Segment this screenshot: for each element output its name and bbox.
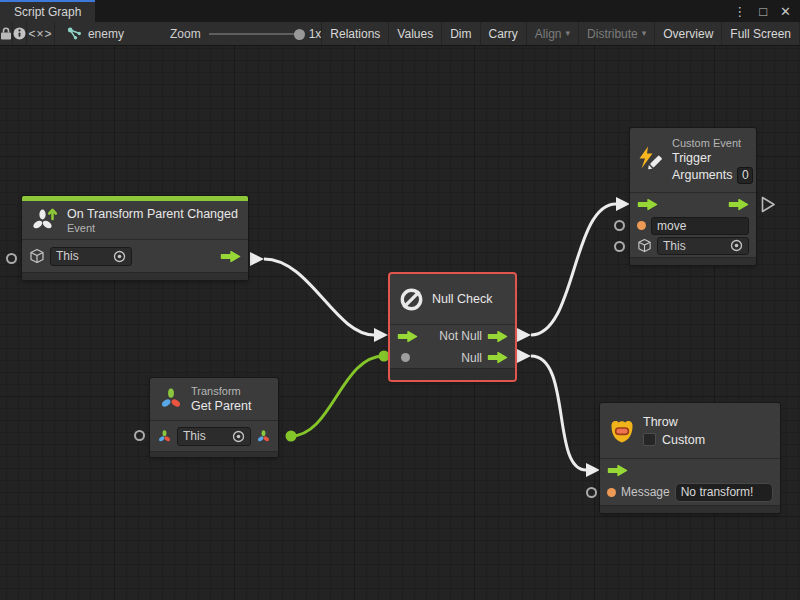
node-title: Get Parent	[191, 398, 251, 414]
lock-icon	[0, 27, 12, 40]
node-header: Custom Event Trigger Arguments 0	[630, 128, 756, 192]
object-picker-icon[interactable]	[730, 239, 743, 252]
node-footer	[600, 505, 780, 513]
toolbar: <×> enemy Zoom 1x Relations Values Dim C…	[0, 22, 800, 46]
message-field[interactable]: No transform!	[675, 483, 773, 502]
overview-button[interactable]: Overview	[655, 22, 722, 45]
values-button[interactable]: Values	[389, 22, 442, 45]
zoom-label: Zoom	[170, 27, 201, 41]
distribute-button: Distribute▾	[579, 22, 655, 45]
node-footer	[390, 368, 515, 380]
target-dropdown[interactable]: This	[50, 247, 132, 266]
unconnected-input-indicator[interactable]	[614, 220, 625, 231]
carry-button[interactable]: Carry	[481, 22, 527, 45]
gameobject-cube-icon	[29, 248, 45, 264]
chevron-down-icon: ▾	[642, 29, 647, 38]
value-input-port[interactable]	[401, 353, 410, 362]
node-on-transform-parent-changed[interactable]: On Transform Parent Changed Event This	[22, 196, 248, 280]
close-icon[interactable]: ✕	[780, 5, 791, 18]
target-dropdown[interactable]: This	[177, 427, 251, 446]
align-button: Align▾	[527, 22, 579, 45]
graph-icon	[67, 27, 82, 40]
wire-null-to-throw	[517, 349, 600, 477]
null-check-icon	[398, 286, 425, 313]
tab-title: Script Graph	[14, 5, 81, 19]
message-input-port[interactable]	[607, 488, 616, 497]
unconnected-output-indicator[interactable]	[761, 196, 776, 213]
arguments-count-field[interactable]: 0	[737, 167, 753, 184]
code-view-button[interactable]: <×>	[27, 22, 55, 45]
trigger-output-port-icon[interactable]	[487, 330, 508, 343]
gameobject-cube-icon	[637, 238, 652, 253]
node-custom-event-trigger[interactable]: Custom Event Trigger Arguments 0	[630, 128, 756, 265]
transform-port-icon[interactable]	[157, 429, 172, 444]
info-icon	[13, 27, 26, 40]
trigger-input-port-icon[interactable]	[397, 330, 418, 343]
arguments-label: Arguments	[672, 167, 732, 183]
transform-output-port-icon[interactable]	[256, 429, 271, 444]
unconnected-input-indicator[interactable]	[614, 241, 625, 252]
custom-event-icon	[636, 145, 666, 175]
node-footer	[630, 257, 756, 265]
object-picker-icon[interactable]	[232, 430, 245, 443]
custom-checkbox-label: Custom	[662, 432, 705, 448]
trigger-input-port-icon[interactable]	[607, 464, 628, 477]
unconnected-input-indicator[interactable]	[6, 253, 17, 264]
name-input-port[interactable]	[637, 221, 646, 230]
chevron-down-icon: ▾	[566, 29, 571, 38]
node-title: Trigger	[672, 150, 753, 166]
custom-checkbox[interactable]	[643, 433, 656, 446]
fullscreen-button[interactable]: Full Screen	[722, 22, 800, 45]
zoom-control: Zoom 1x	[170, 22, 321, 45]
node-throw[interactable]: Throw Custom Message No tr	[600, 403, 780, 513]
node-header: Throw Custom	[600, 403, 780, 458]
null-port-label: Null	[461, 351, 482, 365]
window-controls: ⋮ □ ✕	[724, 0, 800, 22]
throw-exception-icon	[608, 417, 636, 445]
unconnected-input-indicator[interactable]	[586, 487, 597, 498]
node-title: Null Check	[432, 291, 492, 307]
script-graph-window: Script Graph ⋮ □ ✕ <×> enemy	[0, 0, 800, 600]
node-footer	[150, 451, 278, 457]
relations-button[interactable]: Relations	[322, 22, 389, 45]
maximize-icon[interactable]: □	[759, 5, 767, 18]
node-footer	[22, 272, 248, 280]
not-null-port-label: Not Null	[439, 329, 482, 343]
node-header: Transform Get Parent	[150, 378, 278, 420]
node-null-check[interactable]: Null Check Not Null Null	[390, 274, 515, 380]
tab-script-graph[interactable]: Script Graph	[0, 0, 95, 22]
menu-icon[interactable]: ⋮	[733, 5, 746, 18]
code-icon: <×>	[28, 27, 52, 41]
node-header: Null Check	[390, 274, 515, 324]
zoom-slider[interactable]	[209, 28, 301, 40]
titlebar: Script Graph ⋮ □ ✕	[0, 0, 800, 22]
zoom-slider-knob[interactable]	[294, 29, 305, 40]
info-button[interactable]	[13, 22, 27, 45]
dim-button[interactable]: Dim	[442, 22, 480, 45]
trigger-output-port-icon[interactable]	[487, 351, 508, 364]
transform-event-icon	[30, 205, 60, 235]
event-name-field[interactable]: move	[651, 217, 749, 235]
toolbar-buttons: Relations Values Dim Carry Align▾ Distri…	[321, 22, 800, 45]
node-get-parent[interactable]: Transform Get Parent This	[150, 378, 278, 457]
trigger-output-port-icon[interactable]	[728, 198, 749, 211]
lock-button[interactable]	[0, 22, 13, 45]
node-subtitle: Event	[67, 222, 238, 235]
message-label: Message	[621, 485, 670, 499]
graph-canvas[interactable]: On Transform Parent Changed Event This	[0, 46, 800, 600]
wire-event-to-nullcheck	[250, 252, 388, 342]
wire-getparent-to-nullcheck	[286, 351, 390, 442]
object-picker-icon[interactable]	[113, 250, 126, 263]
node-header: On Transform Parent Changed Event	[22, 201, 248, 239]
zoom-slider-track	[209, 33, 301, 35]
trigger-input-port-icon[interactable]	[637, 198, 658, 211]
trigger-output-port-icon[interactable]	[220, 250, 241, 263]
graph-breadcrumb[interactable]: enemy	[55, 22, 136, 45]
unconnected-input-indicator[interactable]	[134, 430, 145, 441]
node-title: On Transform Parent Changed	[67, 206, 238, 222]
zoom-value: 1x	[309, 27, 322, 41]
node-title: Throw	[643, 414, 705, 430]
graph-name: enemy	[88, 27, 124, 41]
target-dropdown[interactable]: This	[657, 237, 749, 255]
transform-icon	[158, 386, 184, 412]
